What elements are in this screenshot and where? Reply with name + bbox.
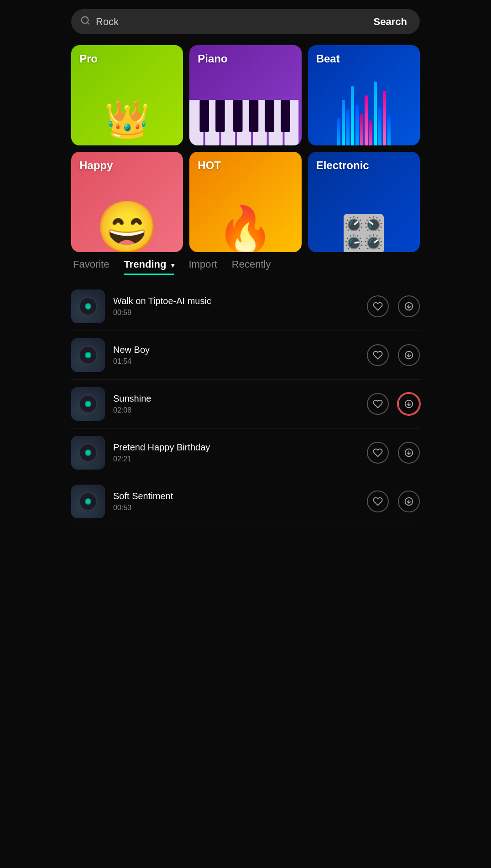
vinyl-center: [85, 498, 91, 505]
track-thumbnail[interactable]: [71, 485, 105, 518]
chevron-down-icon: ▾: [171, 262, 174, 269]
track-thumbnail[interactable]: [71, 338, 105, 372]
tab-recently[interactable]: Recently: [232, 258, 271, 273]
track-duration: 02:08: [113, 406, 367, 414]
tab-trending[interactable]: Trending ▾: [124, 258, 174, 273]
track-item: Pretend Happy Birthday 02:21: [71, 429, 420, 477]
svg-rect-11: [233, 100, 242, 132]
track-duration: 00:59: [113, 309, 367, 317]
svg-rect-10: [216, 100, 225, 132]
track-list: Walk on Tiptoe-AI music 00:59 New Boy 01…: [71, 282, 420, 526]
category-label-beat: Beat: [316, 52, 340, 65]
track-thumbnail[interactable]: [71, 387, 105, 421]
tabs-bar: Favorite Trending ▾ Import Recently: [71, 258, 420, 273]
favorite-button[interactable]: [367, 393, 389, 415]
track-title: Sunshine: [113, 393, 367, 404]
favorite-button[interactable]: [367, 491, 389, 512]
category-card-piano[interactable]: Piano: [189, 45, 301, 145]
track-thumbnail[interactable]: [71, 436, 105, 470]
category-card-hot[interactable]: HOT 🔥: [189, 152, 301, 252]
track-info: New Boy 01:54: [113, 345, 367, 366]
track-item: Walk on Tiptoe-AI music 00:59: [71, 282, 420, 331]
svg-rect-14: [281, 100, 290, 132]
category-card-happy[interactable]: Happy 😄: [71, 152, 183, 252]
category-row-1: Pro 👑 Piano: [71, 45, 420, 145]
download-button[interactable]: [398, 442, 420, 464]
tab-favorite[interactable]: Favorite: [73, 258, 109, 273]
category-card-beat[interactable]: Beat: [308, 45, 420, 145]
category-label-happy: Happy: [79, 159, 113, 172]
track-actions: [367, 295, 420, 317]
track-item: Sunshine 02:08: [71, 380, 420, 429]
electronic-icon: 🎛️: [341, 216, 387, 252]
track-title: New Boy: [113, 345, 367, 355]
vinyl-center: [85, 450, 91, 456]
track-actions: [367, 491, 420, 512]
track-thumbnail[interactable]: [71, 289, 105, 323]
favorite-button[interactable]: [367, 442, 389, 464]
download-button[interactable]: [398, 344, 420, 366]
vinyl-center: [85, 303, 91, 310]
download-button[interactable]: [398, 295, 420, 317]
vinyl-icon: [78, 394, 98, 413]
svg-rect-13: [265, 100, 274, 132]
track-actions: [367, 393, 420, 415]
favorite-button[interactable]: [367, 295, 389, 317]
category-label-electronic: Electronic: [316, 159, 369, 172]
pro-icon: 👑: [104, 98, 150, 141]
category-label-piano: Piano: [198, 52, 227, 65]
vinyl-icon: [78, 443, 98, 462]
svg-rect-12: [249, 100, 258, 132]
vinyl-icon: [78, 297, 98, 316]
vinyl-icon: [78, 492, 98, 511]
category-row-2: Happy 😄 HOT 🔥 Electronic 🎛️: [71, 152, 420, 252]
track-item: Soft Sentiment 00:53: [71, 477, 420, 526]
hot-icon: 🔥: [217, 207, 274, 252]
track-duration: 00:53: [113, 504, 367, 512]
track-actions: [367, 344, 420, 366]
track-actions: [367, 442, 420, 464]
category-card-electronic[interactable]: Electronic 🎛️: [308, 152, 420, 252]
vinyl-center: [85, 352, 91, 358]
download-button-highlighted[interactable]: [398, 393, 420, 415]
category-label-pro: Pro: [79, 52, 98, 65]
track-title: Walk on Tiptoe-AI music: [113, 296, 367, 306]
track-title: Pretend Happy Birthday: [113, 442, 367, 453]
track-item: New Boy 01:54: [71, 331, 420, 380]
svg-point-0: [82, 17, 89, 24]
track-info: Pretend Happy Birthday 02:21: [113, 442, 367, 463]
vinyl-center: [85, 401, 91, 407]
track-info: Soft Sentiment 00:53: [113, 491, 367, 512]
svg-rect-9: [200, 100, 209, 132]
vinyl-icon: [78, 346, 98, 365]
track-duration: 01:54: [113, 357, 367, 366]
track-title: Soft Sentiment: [113, 491, 367, 501]
track-info: Walk on Tiptoe-AI music 00:59: [113, 296, 367, 317]
happy-icon: 😄: [96, 202, 158, 252]
favorite-button[interactable]: [367, 344, 389, 366]
track-duration: 02:21: [113, 455, 367, 463]
category-label-hot: HOT: [198, 159, 221, 172]
tab-import[interactable]: Import: [189, 258, 217, 273]
search-icon: [80, 16, 90, 28]
download-button[interactable]: [398, 491, 420, 512]
category-card-pro[interactable]: Pro 👑: [71, 45, 183, 145]
search-button[interactable]: Search: [370, 16, 411, 28]
track-info: Sunshine 02:08: [113, 393, 367, 414]
search-bar: Search: [71, 9, 420, 34]
svg-line-1: [87, 22, 89, 24]
search-input[interactable]: [96, 16, 370, 28]
